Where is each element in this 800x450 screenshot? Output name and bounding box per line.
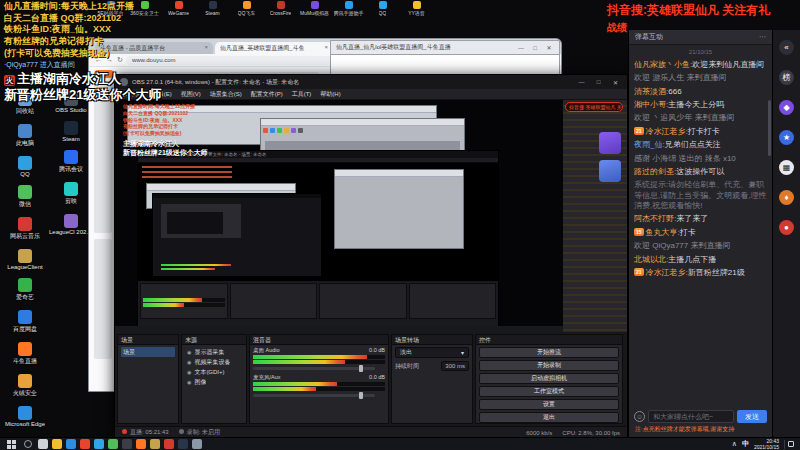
chat-message[interactable]: 感谢 小海绵 送出的 辣条 x10 xyxy=(634,154,767,164)
chat-input[interactable] xyxy=(648,410,734,423)
scene-item[interactable]: 场景 xyxy=(121,347,175,357)
chat-username[interactable]: 阿杰不打野: xyxy=(634,214,676,223)
chat-message[interactable]: 路过的剑圣:这波操作可以 xyxy=(634,167,767,177)
source-item[interactable]: ◉视频采集设备 xyxy=(185,357,243,367)
chat-message[interactable]: 欢迎 游乐人生 来到直播间 xyxy=(634,73,767,83)
chat-username[interactable]: 冷水江老乡: xyxy=(646,268,688,277)
taskbar-app-icon[interactable] xyxy=(94,439,104,449)
chat-message[interactable]: 欢迎 丶追风少年 来到直播间 xyxy=(634,113,767,123)
desktop-icon[interactable]: 网易云音乐 xyxy=(3,217,47,241)
visibility-icon[interactable]: ◉ xyxy=(187,379,191,385)
control-button[interactable]: 开始录制 xyxy=(479,360,619,371)
taskbar-app-icon[interactable] xyxy=(192,439,202,449)
chat-username[interactable]: 冷水江老乡: xyxy=(646,127,688,136)
rail-icon[interactable]: ● xyxy=(779,220,794,235)
desktop-icon[interactable]: MuMu模拟器 xyxy=(299,1,330,16)
chat-message[interactable]: 阿杰不打野:来了来了 xyxy=(634,214,767,224)
control-button[interactable]: 退出 xyxy=(479,412,619,423)
chat-message[interactable]: 系统提示:请勿轻信刷单、代充、兼职等信息,谨防上当受骗。文明观看,理性消费,祝您… xyxy=(634,180,767,211)
source-item[interactable]: ◉文本(GDI+) xyxy=(185,367,243,377)
chat-message[interactable]: 21冷水江老乡:新晋粉丝牌21级 xyxy=(634,268,767,278)
visibility-icon[interactable]: ◉ xyxy=(187,349,191,355)
desktop-icon[interactable]: 爱奇艺 xyxy=(3,278,47,302)
chat-username[interactable]: 仙凡家族丶小鱼: xyxy=(634,60,692,69)
chat-username[interactable]: 鱼丸大亨: xyxy=(646,228,680,237)
duration-value[interactable]: 300 ms xyxy=(441,361,469,371)
desktop-icon[interactable]: LeagueCl 2021.10 xyxy=(49,214,93,235)
desktop-icon[interactable]: 剪映 xyxy=(49,182,93,206)
taskbar-app-icon[interactable] xyxy=(164,439,174,449)
chat-message[interactable]: 夜雨_仙:兄弟们点点关注 xyxy=(634,140,767,150)
obs-preview[interactable]: OBS 27.0.1 (64-bit, windows) - 配置文件: 未命名… xyxy=(115,100,627,332)
desktop-icon[interactable]: 腾讯手游助手 xyxy=(333,1,364,16)
rail-icon[interactable]: ◆ xyxy=(779,100,794,115)
rail-icon[interactable]: ▦ xyxy=(779,160,794,175)
desktop-icon[interactable]: 微信 xyxy=(3,185,47,209)
menu-item[interactable]: 帮助(H) xyxy=(320,90,340,99)
source-item[interactable]: ◉图像 xyxy=(185,377,243,387)
desktop-icon[interactable]: CrossFire xyxy=(265,1,296,16)
desktop-icon[interactable]: 腾讯会议 xyxy=(49,150,93,174)
desktop-icon[interactable]: Steam xyxy=(49,121,93,142)
clock[interactable]: 20:43 2021/10/15 xyxy=(754,438,779,450)
taskbar-app-icon[interactable] xyxy=(66,439,76,449)
taskbar-app-icon[interactable] xyxy=(178,439,188,449)
taskbar-app-icon[interactable] xyxy=(136,439,146,449)
control-button[interactable]: 设置 xyxy=(479,399,619,410)
minimize-button[interactable]: — xyxy=(575,79,588,85)
desktop-icon[interactable]: QQ飞车 xyxy=(231,1,262,16)
volume-slider[interactable] xyxy=(253,367,375,370)
transition-select[interactable]: 淡出▾ xyxy=(395,347,469,358)
tab-close-icon[interactable]: × xyxy=(324,44,328,52)
browser-tab-2[interactable]: 仙凡直播_英雄联盟直播间_斗鱼× xyxy=(215,42,333,54)
menu-item[interactable]: 配置文件(P) xyxy=(251,90,283,99)
chat-message[interactable]: 15鱼丸大亨:打卡 xyxy=(634,228,767,238)
desktop-icon[interactable]: Steam xyxy=(197,1,228,16)
ime-indicator[interactable]: 中 xyxy=(742,439,749,449)
close-button[interactable]: ✕ xyxy=(544,44,554,51)
start-button[interactable] xyxy=(7,440,16,449)
chat-message[interactable]: 欢迎 QiQya777 来到直播间 xyxy=(634,241,767,251)
desktop-icon[interactable]: YY语音 xyxy=(401,1,432,16)
desktop-icon[interactable]: WeGame xyxy=(163,1,194,16)
maximize-button[interactable]: □ xyxy=(530,45,540,51)
obs-titlebar[interactable]: OBS 27.0.1 (64-bit, windows) - 配置文件: 未命名… xyxy=(115,75,627,89)
chat-message[interactable]: 北城以北:主播几点下播 xyxy=(634,255,767,265)
desktop-icon[interactable]: 斗鱼直播 xyxy=(3,342,47,366)
desktop-icon[interactable]: QQ xyxy=(3,156,47,177)
desktop-icon[interactable]: 火绒安全 xyxy=(3,374,47,398)
taskbar-app-icon[interactable] xyxy=(38,439,48,449)
chat-username[interactable]: 夜雨_仙: xyxy=(634,140,665,149)
visibility-icon[interactable]: ◉ xyxy=(187,369,191,375)
rail-icon[interactable]: 榜 xyxy=(779,70,794,85)
tray-caret-icon[interactable]: ∧ xyxy=(732,440,737,448)
chat-message[interactable]: 21冷水江老乡:打卡打卡 xyxy=(634,127,767,137)
menu-item[interactable]: 场景集合(S) xyxy=(210,90,242,99)
desktop-icon[interactable]: 百度网盘 xyxy=(3,310,47,334)
emoji-icon[interactable]: ☺ xyxy=(634,411,645,422)
minimize-button[interactable]: — xyxy=(516,45,526,51)
chat-username[interactable]: 清茶淡酒: xyxy=(634,87,668,96)
chat-message[interactable]: 湘中小哥:主播今天上分吗 xyxy=(634,100,767,110)
search-icon[interactable] xyxy=(24,440,32,448)
send-button[interactable]: 发送 xyxy=(737,410,767,423)
source-item[interactable]: ◉显示器采集 xyxy=(185,347,243,357)
chat-message-list[interactable]: 21/10/15 仙凡家族丶小鱼:欢迎来到仙凡直播间 欢迎 游乐人生 来到直播间… xyxy=(629,45,772,407)
window-titlebar[interactable]: 仙凡直播_仙凡lol英雄联盟直播间_斗鱼直播 — □ ✕ xyxy=(330,40,560,55)
rail-icon[interactable]: ♦ xyxy=(779,190,794,205)
rail-icon[interactable]: « xyxy=(779,40,794,55)
control-button[interactable]: 开始推流 xyxy=(479,347,619,358)
rail-icon[interactable]: ★ xyxy=(779,130,794,145)
control-button[interactable]: 工作室模式 xyxy=(479,386,619,397)
close-button[interactable]: ✕ xyxy=(609,79,622,86)
control-button[interactable]: 启动虚拟相机 xyxy=(479,373,619,384)
tab-close-icon[interactable]: × xyxy=(204,44,208,52)
chat-scrollbar[interactable] xyxy=(768,100,771,156)
desktop-icon[interactable]: Microsoft Edge xyxy=(3,406,47,427)
taskbar-app-icon[interactable] xyxy=(122,439,132,449)
taskbar-app-icon[interactable] xyxy=(108,439,118,449)
taskbar-app-icon[interactable] xyxy=(80,439,90,449)
chat-message[interactable]: 清茶淡酒:666 xyxy=(634,87,767,97)
taskbar-app-icon[interactable] xyxy=(150,439,160,449)
taskbar-app-icon[interactable] xyxy=(52,439,62,449)
